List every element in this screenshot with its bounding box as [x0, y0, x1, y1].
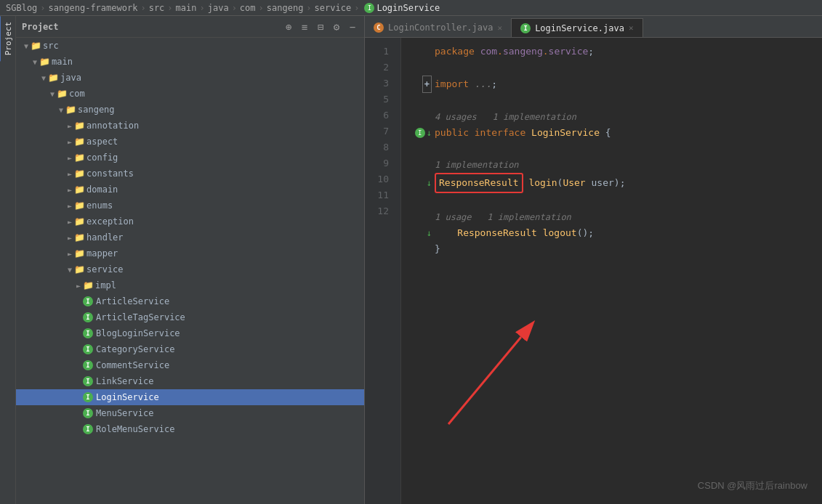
breadcrumb-src[interactable]: src — [149, 3, 165, 13]
folder-icon-aspect: 📁 — [74, 137, 85, 147]
tree-item-linkservice[interactable]: ► I LinkService — [16, 373, 364, 389]
tree-item-main[interactable]: ▼ 📁 main — [16, 54, 364, 70]
tree-arrow-mapper: ► — [65, 250, 74, 258]
expand-all-button[interactable]: ⊟ — [315, 21, 326, 33]
line-num-3: 3 — [365, 76, 395, 92]
tree-item-impl[interactable]: ► 📁 impl — [16, 277, 364, 293]
interface-icon-blogloginservice: I — [83, 328, 93, 338]
code-line-3: + import ...; — [413, 76, 810, 93]
folder-icon-annotation: 📁 — [74, 121, 85, 131]
breadcrumb-loginservice[interactable]: LoginService — [376, 3, 440, 13]
main-layout: Project Project ⊕ ≡ ⊟ ⚙ − ▼ 📁 src ▼ 📁 ma… — [0, 16, 822, 504]
folder-icon-src: 📁 — [31, 41, 41, 51]
tree-item-exception[interactable]: ► 📁 exception — [16, 214, 364, 229]
interface-icon-menuservice: I — [83, 408, 93, 418]
line-num-7: 7 — [365, 123, 395, 139]
code-text-2 — [435, 60, 440, 76]
line-num-6: 6 — [365, 107, 395, 123]
tree-item-java[interactable]: ▼ 📁 java — [16, 70, 364, 86]
tab-close-loginservice[interactable]: ✕ — [629, 23, 634, 33]
tree-item-annotation[interactable]: ► 📁 annotation — [16, 118, 364, 134]
collapse-all-button[interactable]: ≡ — [299, 21, 310, 33]
breadcrumb-framework[interactable]: sangeng-framework — [49, 3, 138, 13]
folder-icon-config: 📁 — [74, 153, 85, 163]
tree-item-constants[interactable]: ► 📁 constants — [16, 166, 364, 182]
code-hint-logout: 1 usage 1 implementation — [435, 209, 810, 225]
interface-icon-loginservice: I — [83, 392, 93, 402]
interface-icon-articleservice: I — [83, 296, 93, 306]
code-text-12 — [435, 257, 440, 273]
tree-item-rolemenuservice[interactable]: ► I RoleMenuService — [16, 421, 364, 437]
breadcrumb-com[interactable]: com — [240, 3, 256, 13]
tree-item-articletagservice[interactable]: ► I ArticleTagService — [16, 309, 364, 325]
usages-hint-logout: 1 usage 1 implementation — [435, 209, 571, 225]
tree-item-config[interactable]: ► 📁 config — [16, 150, 364, 166]
tab-class-icon-logincontroller: C — [374, 23, 384, 33]
gutter-green-6a[interactable]: I — [415, 128, 425, 138]
code-line-4 — [413, 93, 810, 109]
line-num-10: 10 — [365, 171, 395, 187]
tree-item-mapper[interactable]: ► 📁 mapper — [16, 245, 364, 261]
line-num-9: 9 — [365, 155, 395, 171]
settings-button[interactable]: ⚙ — [331, 21, 342, 33]
code-text-8: ResponseResult login(User user); — [435, 173, 625, 193]
editor-panel: C LoginController.java ✕ I LoginService.… — [365, 16, 822, 504]
tree-item-domain[interactable]: ► 📁 domain — [16, 182, 364, 198]
folder-icon-domain: 📁 — [74, 184, 85, 195]
tree-item-commentservice[interactable]: ► I CommentService — [16, 357, 364, 373]
line-num-5: 5 — [365, 92, 395, 107]
tree-label-exception: exception — [86, 216, 134, 227]
tree-item-articleservice[interactable]: ► I ArticleService — [16, 293, 364, 309]
folder-icon-sangeng: 📁 — [65, 105, 76, 115]
interface-icon-commentservice: I — [83, 360, 93, 370]
tree-label-categoryservice: CategoryService — [96, 344, 174, 354]
folder-icon-main: 📁 — [39, 57, 50, 67]
breadcrumb-main[interactable]: main — [176, 3, 197, 13]
breadcrumb-sgblog[interactable]: SGBlog — [6, 3, 37, 13]
tree-item-menuservice[interactable]: ► I MenuService — [16, 405, 364, 421]
tree-label-mapper: mapper — [86, 248, 118, 259]
code-line-1: package com.sangeng.service; — [413, 44, 810, 60]
tree-label-articleservice: ArticleService — [96, 296, 169, 306]
tree-item-com[interactable]: ▼ 📁 com — [16, 86, 364, 102]
tree-item-handler[interactable]: ► 📁 handler — [16, 229, 364, 245]
breadcrumb-java[interactable]: java — [208, 3, 229, 13]
tree-arrow-aspect: ► — [65, 138, 74, 146]
tree-item-service[interactable]: ▼ 📁 service — [16, 261, 364, 277]
code-text-3: import ...; — [435, 76, 497, 92]
tree-item-aspect[interactable]: ► 📁 aspect — [16, 134, 364, 150]
code-content[interactable]: package com.sangeng.service; + import ..… — [401, 38, 822, 504]
folder-icon-exception: 📁 — [74, 216, 85, 227]
tree-arrow-constants: ► — [65, 170, 74, 178]
locate-file-button[interactable]: ⊕ — [283, 21, 294, 33]
code-line-2 — [413, 60, 810, 76]
tree-label-handler: handler — [86, 232, 124, 243]
tree-arrow-sangeng: ▼ — [57, 106, 65, 114]
close-sidebar-button[interactable]: − — [347, 21, 358, 33]
sidebar-title: Project — [22, 22, 278, 32]
tree-item-src[interactable]: ▼ 📁 src — [16, 38, 364, 54]
gutter-arrow-6: ↓ — [427, 125, 432, 141]
gutter-10: ↓ — [413, 225, 435, 241]
line-num-12: 12 — [365, 203, 395, 219]
left-tab-panel: Project — [0, 16, 16, 504]
interface-icon-linkservice: I — [83, 376, 93, 386]
tree-arrow-com: ▼ — [48, 90, 57, 98]
tab-logincontroller[interactable]: C LoginController.java ✕ — [365, 18, 512, 37]
tree-item-loginservice[interactable]: ► I LoginService — [16, 389, 364, 405]
tree-item-blogloginservice[interactable]: ► I BlogLoginService — [16, 325, 364, 341]
breadcrumb-sangeng[interactable]: sangeng — [267, 3, 304, 13]
tree-item-sangeng[interactable]: ▼ 📁 sangeng — [16, 102, 364, 118]
code-line-7 — [413, 141, 810, 157]
project-tab[interactable]: Project — [0, 16, 16, 61]
breadcrumb-service[interactable]: service — [315, 3, 352, 13]
tree-item-categoryservice[interactable]: ► I CategoryService — [16, 341, 364, 357]
import-expand-icon[interactable]: + — [422, 76, 432, 93]
sidebar-header: Project ⊕ ≡ ⊟ ⚙ − — [16, 16, 364, 38]
tree-item-enums[interactable]: ► 📁 enums — [16, 198, 364, 214]
project-tree: ▼ 📁 src ▼ 📁 main ▼ 📁 java ▼ 📁 com — [16, 38, 364, 504]
tab-loginservice[interactable]: I LoginService.java ✕ — [512, 18, 642, 37]
tab-close-logincontroller[interactable]: ✕ — [498, 23, 503, 33]
code-text-11: } — [435, 241, 440, 257]
tree-arrow-domain: ► — [65, 186, 74, 194]
